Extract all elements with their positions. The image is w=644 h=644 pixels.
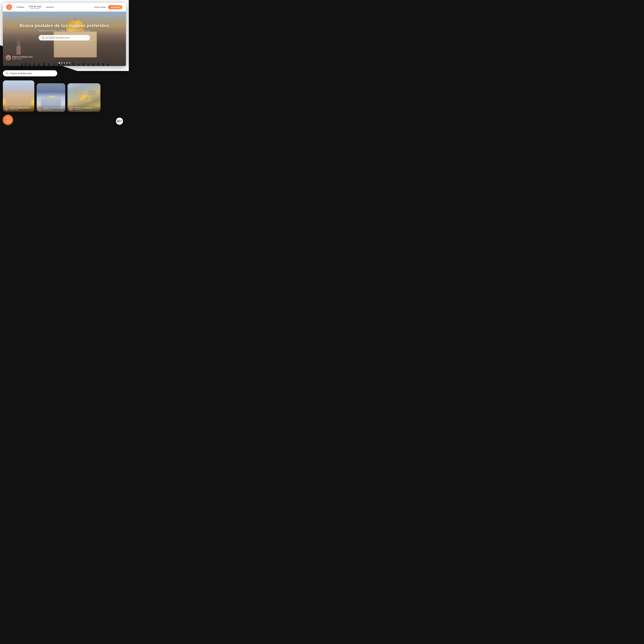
bottom-logo[interactable]: Tu Yo — [3, 115, 13, 125]
nav-club-label: Club de Viaje — [29, 5, 41, 8]
postcard-3-overlay: Palacio en las alturas Sergio Ruiz — [68, 105, 100, 112]
credit-name: Palacio de Bellas Artes — [12, 56, 33, 58]
postcard-3-title: Palacio en las alturas — [74, 107, 92, 109]
hero-text: Busca postales de tus lugares preferidos… — [3, 23, 126, 40]
hero-search-input[interactable] — [46, 37, 87, 39]
hero-search-icon: 🔍 — [41, 36, 44, 39]
credit-info: Palacio de Bellas Artes Edgar Zúniga — [12, 56, 33, 60]
postcard-1-overlay: Palacio de Bellas Artes Edgar Zúniga — [3, 105, 34, 112]
logo-line2: Yo — [8, 7, 10, 9]
postcard-1-info: Palacio de Bellas Artes Edgar Zúniga — [10, 107, 29, 110]
dot-3[interactable] — [64, 62, 65, 64]
nav-right: Iniciar sesión Regístrate — [94, 5, 122, 9]
credit-author: Edgar Zúniga — [12, 58, 33, 60]
postcard-1-avatar — [5, 106, 9, 110]
postcard-2[interactable]: Bellas Artes en la lluvia Sergio Ruiz — [37, 83, 65, 112]
navigation: Tu Yo Postales Club de Viaje ¡Muy Pronto… — [3, 3, 126, 12]
bottom-section: Tu Yo GCP — [3, 112, 126, 126]
gcp-text: GCP — [117, 120, 122, 123]
photo-credit: Palacio de Bellas Artes Edgar Zúniga — [6, 55, 33, 60]
hero-search-bar[interactable]: 🔍 — [39, 35, 90, 40]
gcp-logo: GCP — [116, 118, 123, 125]
nav-postales[interactable]: Postales — [17, 6, 24, 8]
browser-window: Tu Yo Postales Club de Viaje ¡Muy Pronto… — [3, 3, 126, 66]
postcard-2-overlay: Bellas Artes en la lluvia Sergio Ruiz — [37, 105, 65, 112]
register-button[interactable]: Regístrate — [108, 5, 122, 9]
postcard-3-info: Palacio en las alturas Sergio Ruiz — [74, 107, 92, 110]
logo[interactable]: Tu Yo — [6, 4, 12, 10]
postcards-grid: Palacio de Bellas Artes Edgar Zúniga Bel… — [3, 80, 126, 112]
dot-1[interactable] — [59, 62, 60, 64]
nav-nosotros[interactable]: Nosotros — [46, 6, 54, 8]
postcard-2-author: Sergio Ruiz — [43, 109, 63, 110]
nav-club-sub: ¡Muy Pronto! — [31, 8, 40, 9]
nav-links: Postales Club de Viaje ¡Muy Pronto! Noso… — [17, 5, 90, 9]
login-button[interactable]: Iniciar sesión — [94, 6, 106, 8]
hero-subtitle: Ingresa un estado, ciudad, monumento o f… — [3, 29, 126, 32]
hero-title: Busca postales de tus lugares preferidos — [3, 23, 126, 28]
hero-carousel-dots — [59, 62, 70, 64]
bottom-logo-line1: Tu — [7, 117, 9, 120]
postcard-2-avatar — [38, 106, 42, 110]
dot-4[interactable] — [66, 62, 68, 64]
postcard-1[interactable]: Palacio de Bellas Artes Edgar Zúniga — [3, 80, 34, 112]
postcard-3-author: Sergio Ruiz — [74, 109, 92, 110]
postcard-2-info: Bellas Artes en la lluvia Sergio Ruiz — [43, 107, 63, 110]
outside-search-bar[interactable]: 🔍 Palacio de Bellas Artes — [3, 70, 57, 76]
postcard-3-avatar — [69, 106, 73, 110]
dot-2[interactable] — [61, 62, 63, 64]
postcard-3[interactable]: Palacio en las alturas Sergio Ruiz — [68, 83, 100, 112]
postcard-2-title: Bellas Artes en la lluvia — [43, 107, 63, 109]
gcp-circle: GCP — [116, 118, 123, 125]
credit-avatar — [6, 55, 11, 60]
bottom-logo-line2: Yo — [6, 120, 9, 122]
postcard-1-title: Palacio de Bellas Artes — [10, 107, 29, 109]
hero-section: Busca postales de tus lugares preferidos… — [3, 12, 126, 66]
outside-search-value: Palacio de Bellas Artes — [10, 72, 32, 75]
logo-line1: Tu — [8, 6, 10, 7]
outside-search-icon: 🔍 — [6, 72, 9, 75]
postcard-1-author: Edgar Zúniga — [10, 109, 29, 110]
dot-5[interactable] — [69, 62, 70, 64]
nav-club-de-viaje[interactable]: Club de Viaje ¡Muy Pronto! — [29, 5, 41, 9]
